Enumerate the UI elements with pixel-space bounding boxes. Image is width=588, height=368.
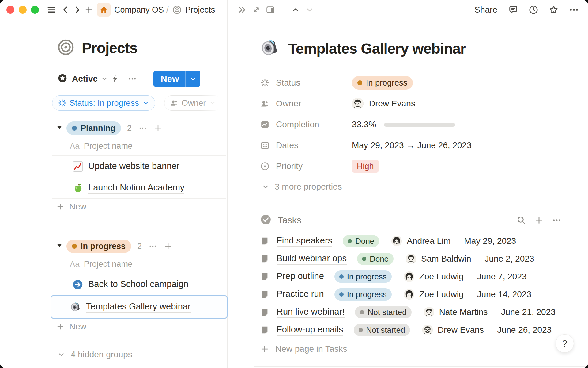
status-dot-icon [72, 126, 77, 131]
page-options-ellipsis-icon[interactable] [568, 4, 579, 15]
search-icon[interactable] [516, 215, 526, 225]
task-page-link[interactable]: Build webinar ops [277, 253, 347, 265]
back-icon[interactable] [60, 4, 71, 16]
traffic-light-minimize[interactable] [19, 6, 27, 14]
page-header: Templates Gallery webinar [260, 38, 588, 59]
add-task-plus-icon[interactable] [534, 215, 544, 225]
automation-lightning-icon[interactable] [111, 74, 120, 83]
group-add-plus-icon[interactable] [154, 124, 162, 132]
group-options-ellipsis-icon[interactable] [149, 242, 157, 251]
group-add-plus-icon[interactable] [164, 242, 172, 251]
new-project-button[interactable]: New [52, 319, 226, 334]
new-button-chevron-icon[interactable] [186, 75, 200, 82]
task-status-badge[interactable]: In progress [334, 270, 392, 283]
home-icon[interactable] [97, 3, 111, 17]
property-row-dates[interactable]: Dates May 29, 2023 → June 26, 2023 [260, 135, 588, 156]
task-status-label: Not started [368, 308, 406, 317]
page-icon [260, 308, 269, 317]
group-status-badge[interactable]: Planning [66, 121, 121, 135]
project-page-link[interactable]: Launch Notion Academy [88, 182, 184, 194]
new-button-label[interactable]: New [153, 74, 185, 84]
comments-icon[interactable] [508, 4, 519, 15]
next-page-chevron-down-icon[interactable] [304, 4, 315, 15]
group-options-ellipsis-icon[interactable] [138, 124, 147, 132]
project-page-link[interactable]: Back to School campaign [88, 279, 188, 290]
view-options-ellipsis-icon[interactable] [128, 74, 137, 83]
side-peek-icon[interactable] [265, 4, 276, 15]
projects-target-icon[interactable] [57, 39, 74, 57]
filter-chip-owner[interactable]: Owner [164, 95, 222, 111]
task-row[interactable]: Prep outline In progress Zoe Ludwig June… [260, 268, 588, 286]
new-page-in-tasks-button[interactable]: New page in Tasks [260, 341, 588, 357]
status-badge[interactable]: In progress [352, 76, 413, 90]
task-page-link[interactable]: Find speakers [277, 236, 332, 247]
task-row[interactable]: Run live webinar! Not started Nate Marti… [260, 303, 588, 321]
task-status-label: In progress [347, 290, 387, 299]
task-assignee: Andrea Lim [407, 236, 450, 246]
column-header-label[interactable]: Project name [84, 141, 133, 151]
forward-icon[interactable] [71, 4, 83, 16]
page-icon [260, 236, 269, 246]
new-tab-plus-icon[interactable] [83, 4, 95, 16]
breadcrumb-page[interactable]: Projects [185, 5, 215, 15]
task-row[interactable]: Follow-up emails Not started Drew Evans … [260, 321, 588, 339]
task-row[interactable]: Find speakers Done Andrea Lim May 29, 20… [260, 232, 588, 250]
task-row[interactable]: Practice run In progress Zoe Ludwig June… [260, 286, 588, 303]
page-title[interactable]: Projects [82, 40, 137, 56]
task-status-badge[interactable]: In progress [334, 288, 392, 301]
group-name: In progress [81, 242, 126, 251]
collapse-triangle-icon[interactable] [56, 124, 63, 132]
tasks-section-title[interactable]: Tasks [278, 215, 301, 225]
traffic-light-close[interactable] [6, 6, 14, 14]
property-row-status[interactable]: Status In progress [260, 72, 588, 93]
new-button[interactable]: New [153, 71, 200, 87]
group-header: In progress 2 [52, 239, 226, 253]
project-row[interactable]: Launch Notion Academy [52, 177, 226, 199]
page-title[interactable]: Templates Gallery webinar [288, 40, 466, 57]
more-properties-toggle[interactable]: 3 more properties [260, 180, 588, 194]
share-button[interactable]: Share [473, 5, 499, 15]
favorite-star-icon[interactable] [548, 4, 559, 15]
task-status-label: Done [370, 254, 389, 264]
task-page-link[interactable]: Prep outline [277, 271, 324, 282]
group-count: 2 [127, 124, 132, 133]
status-dot-icon [348, 239, 352, 243]
page-speaker-icon[interactable] [260, 38, 280, 59]
group-rows: Update website banner [52, 155, 226, 199]
project-row[interactable]: Update website banner [52, 156, 226, 177]
close-peek-double-chevron-icon[interactable] [237, 4, 248, 15]
task-status-badge[interactable]: Not started [355, 306, 411, 318]
priority-badge[interactable]: High [352, 160, 379, 173]
chevron-down-icon[interactable] [101, 75, 108, 82]
column-header-label[interactable]: Project name [84, 259, 133, 269]
property-row-owner[interactable]: Owner Drew Evans [260, 93, 588, 114]
project-row[interactable]: Templates Gallery webinar [51, 295, 228, 319]
task-status-badge[interactable]: Done [343, 235, 379, 247]
property-row-completion[interactable]: Completion 33.3% [260, 114, 588, 135]
help-button[interactable]: ? [556, 334, 574, 353]
traffic-light-zoom[interactable] [31, 6, 39, 14]
breadcrumb-workspace[interactable]: Company OS [114, 5, 164, 15]
hidden-groups-toggle[interactable]: 4 hidden groups [57, 350, 132, 359]
previous-page-chevron-up-icon[interactable] [290, 4, 301, 15]
task-status-badge[interactable]: Not started [354, 324, 410, 336]
project-page-link[interactable]: Update website banner [88, 161, 179, 172]
sidebar-menu-icon[interactable] [46, 4, 57, 16]
group-status-badge[interactable]: In progress [66, 240, 131, 253]
task-status-badge[interactable]: Done [357, 253, 394, 265]
project-page-link[interactable]: Templates Gallery webinar [86, 301, 191, 313]
project-row[interactable]: Back to School campaign [52, 274, 226, 295]
expand-page-icon[interactable] [251, 4, 262, 15]
collapse-triangle-icon[interactable] [56, 242, 63, 250]
task-page-link[interactable]: Follow-up emails [277, 324, 343, 336]
updates-clock-icon[interactable] [528, 4, 539, 15]
view-tab-active[interactable]: Active [72, 74, 98, 84]
task-page-link[interactable]: Practice run [277, 289, 324, 300]
task-row[interactable]: Build webinar ops Done Sam Baldwin June … [260, 250, 588, 268]
filter-chip-status[interactable]: Status: In progress [52, 95, 155, 111]
tasks-options-ellipsis-icon[interactable] [552, 215, 562, 225]
property-row-priority[interactable]: Priority High [260, 156, 588, 177]
task-page-link[interactable]: Run live webinar! [277, 307, 345, 318]
new-project-button[interactable]: New [52, 199, 226, 214]
status-spinner-icon [58, 99, 66, 107]
